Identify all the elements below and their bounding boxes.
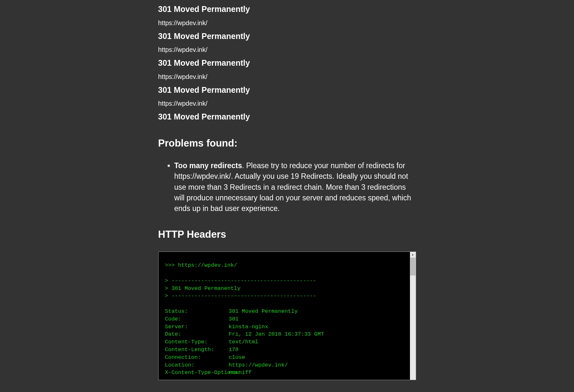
- redirect-status-code: 301 Moved Permanently: [158, 30, 416, 43]
- redirect-url: https://wpdev.ink/: [158, 99, 416, 108]
- redirect-status-code: 301 Moved Permanently: [158, 3, 416, 15]
- main-container: 301 Moved Permanentlyhttps://wpdev.ink/3…: [152, 0, 423, 380]
- redirect-status-list: 301 Moved Permanentlyhttps://wpdev.ink/3…: [158, 3, 416, 123]
- redirect-url: https://wpdev.ink/: [158, 72, 416, 81]
- problem-item: Too many redirects. Please try to reduce…: [174, 160, 416, 214]
- redirect-url: https://wpdev.ink/: [158, 18, 416, 28]
- terminal-wrapper: >>> https://wpdev.ink/ > ---------------…: [158, 252, 416, 380]
- problems-heading: Problems found:: [158, 136, 416, 151]
- redirect-status-code: 301 Moved Permanently: [158, 111, 416, 123]
- terminal-output: >>> https://wpdev.ink/ > ---------------…: [159, 252, 410, 380]
- scrollbar[interactable]: ▲: [410, 252, 416, 380]
- redirect-status-code: 301 Moved Permanently: [158, 84, 416, 96]
- redirect-status-code: 301 Moved Permanently: [158, 57, 416, 69]
- scrollbar-arrow-up-icon[interactable]: ▲: [410, 252, 416, 258]
- http-headers-heading: HTTP Headers: [158, 227, 416, 242]
- problems-list: Too many redirects. Please try to reduce…: [158, 160, 416, 214]
- problem-title: Too many redirects: [174, 161, 242, 170]
- scrollbar-thumb[interactable]: [410, 258, 415, 275]
- redirect-url: https://wpdev.ink/: [158, 45, 416, 54]
